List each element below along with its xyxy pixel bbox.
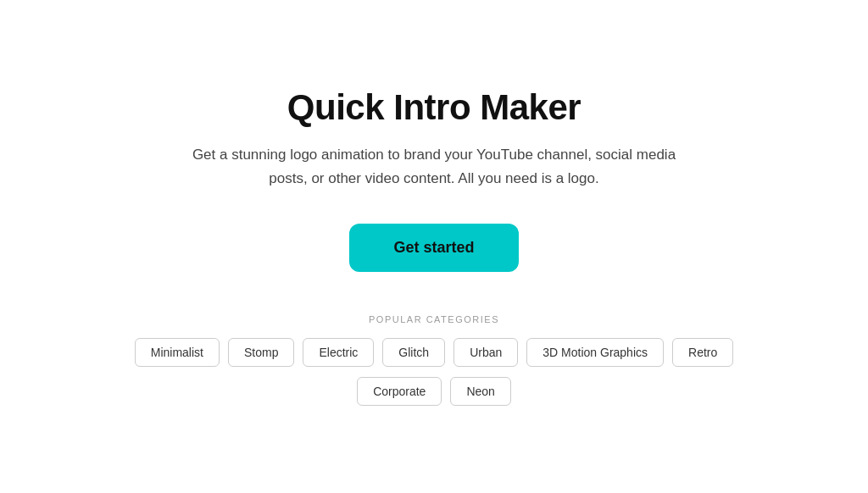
- category-glitch[interactable]: Glitch: [382, 338, 445, 367]
- category-retro[interactable]: Retro: [672, 338, 733, 367]
- categories-row-1: Minimalist Stomp Electric Glitch Urban 3…: [135, 338, 734, 367]
- category-electric[interactable]: Electric: [303, 338, 374, 367]
- main-container: Quick Intro Maker Get a stunning logo an…: [0, 70, 868, 422]
- popular-categories-section: POPULAR CATEGORIES Minimalist Stomp Elec…: [135, 314, 734, 406]
- page-title: Quick Intro Maker: [287, 87, 581, 128]
- category-neon[interactable]: Neon: [450, 377, 510, 406]
- category-stomp[interactable]: Stomp: [228, 338, 294, 367]
- category-corporate[interactable]: Corporate: [357, 377, 442, 406]
- categories-row-2: Corporate Neon: [357, 377, 511, 406]
- category-3d-motion-graphics[interactable]: 3D Motion Graphics: [526, 338, 664, 367]
- get-started-button[interactable]: Get started: [349, 224, 519, 272]
- page-subtitle: Get a stunning logo animation to brand y…: [171, 143, 697, 189]
- popular-categories-label: POPULAR CATEGORIES: [369, 314, 499, 324]
- category-urban[interactable]: Urban: [453, 338, 518, 367]
- category-minimalist[interactable]: Minimalist: [135, 338, 220, 367]
